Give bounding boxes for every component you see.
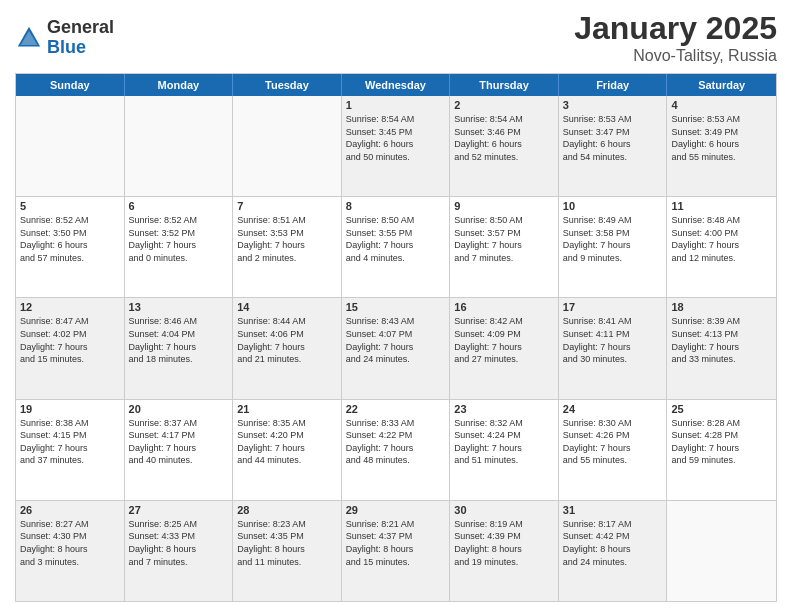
day-number: 3 [563,99,663,111]
cal-cell: 2Sunrise: 8:54 AM Sunset: 3:46 PM Daylig… [450,96,559,196]
day-number: 21 [237,403,337,415]
week-row-4: 26Sunrise: 8:27 AM Sunset: 4:30 PM Dayli… [16,501,776,601]
cal-cell: 6Sunrise: 8:52 AM Sunset: 3:52 PM Daylig… [125,197,234,297]
day-number: 6 [129,200,229,212]
cell-info: Sunrise: 8:44 AM Sunset: 4:06 PM Dayligh… [237,315,337,365]
day-number: 28 [237,504,337,516]
day-number: 26 [20,504,120,516]
cell-info: Sunrise: 8:42 AM Sunset: 4:09 PM Dayligh… [454,315,554,365]
cal-cell: 24Sunrise: 8:30 AM Sunset: 4:26 PM Dayli… [559,400,668,500]
cell-info: Sunrise: 8:19 AM Sunset: 4:39 PM Dayligh… [454,518,554,568]
logo-text: General Blue [47,18,114,58]
day-number: 29 [346,504,446,516]
header-day-tuesday: Tuesday [233,74,342,96]
cell-info: Sunrise: 8:30 AM Sunset: 4:26 PM Dayligh… [563,417,663,467]
title-month: January 2025 [574,10,777,47]
cell-info: Sunrise: 8:17 AM Sunset: 4:42 PM Dayligh… [563,518,663,568]
cal-cell: 15Sunrise: 8:43 AM Sunset: 4:07 PM Dayli… [342,298,451,398]
cell-info: Sunrise: 8:32 AM Sunset: 4:24 PM Dayligh… [454,417,554,467]
cal-cell: 16Sunrise: 8:42 AM Sunset: 4:09 PM Dayli… [450,298,559,398]
cell-info: Sunrise: 8:53 AM Sunset: 3:49 PM Dayligh… [671,113,772,163]
day-number: 19 [20,403,120,415]
cell-info: Sunrise: 8:21 AM Sunset: 4:37 PM Dayligh… [346,518,446,568]
cell-info: Sunrise: 8:28 AM Sunset: 4:28 PM Dayligh… [671,417,772,467]
cal-cell: 8Sunrise: 8:50 AM Sunset: 3:55 PM Daylig… [342,197,451,297]
cal-cell: 23Sunrise: 8:32 AM Sunset: 4:24 PM Dayli… [450,400,559,500]
day-number: 7 [237,200,337,212]
cell-info: Sunrise: 8:48 AM Sunset: 4:00 PM Dayligh… [671,214,772,264]
cal-cell: 14Sunrise: 8:44 AM Sunset: 4:06 PM Dayli… [233,298,342,398]
cell-info: Sunrise: 8:52 AM Sunset: 3:50 PM Dayligh… [20,214,120,264]
cal-cell: 28Sunrise: 8:23 AM Sunset: 4:35 PM Dayli… [233,501,342,601]
day-number: 5 [20,200,120,212]
cal-cell: 13Sunrise: 8:46 AM Sunset: 4:04 PM Dayli… [125,298,234,398]
title-location: Novo-Talitsy, Russia [574,47,777,65]
day-number: 15 [346,301,446,313]
cal-cell: 29Sunrise: 8:21 AM Sunset: 4:37 PM Dayli… [342,501,451,601]
cell-info: Sunrise: 8:51 AM Sunset: 3:53 PM Dayligh… [237,214,337,264]
calendar: SundayMondayTuesdayWednesdayThursdayFrid… [15,73,777,602]
day-number: 23 [454,403,554,415]
header-day-sunday: Sunday [16,74,125,96]
day-number: 22 [346,403,446,415]
day-number: 2 [454,99,554,111]
cell-info: Sunrise: 8:46 AM Sunset: 4:04 PM Dayligh… [129,315,229,365]
cal-cell: 22Sunrise: 8:33 AM Sunset: 4:22 PM Dayli… [342,400,451,500]
week-row-1: 5Sunrise: 8:52 AM Sunset: 3:50 PM Daylig… [16,197,776,298]
cal-cell: 5Sunrise: 8:52 AM Sunset: 3:50 PM Daylig… [16,197,125,297]
day-number: 31 [563,504,663,516]
day-number: 14 [237,301,337,313]
header-day-saturday: Saturday [667,74,776,96]
logo-general: General [47,18,114,38]
day-number: 10 [563,200,663,212]
day-number: 12 [20,301,120,313]
cell-info: Sunrise: 8:35 AM Sunset: 4:20 PM Dayligh… [237,417,337,467]
cal-cell: 3Sunrise: 8:53 AM Sunset: 3:47 PM Daylig… [559,96,668,196]
cell-info: Sunrise: 8:53 AM Sunset: 3:47 PM Dayligh… [563,113,663,163]
day-number: 13 [129,301,229,313]
cell-info: Sunrise: 8:54 AM Sunset: 3:45 PM Dayligh… [346,113,446,163]
cal-cell: 9Sunrise: 8:50 AM Sunset: 3:57 PM Daylig… [450,197,559,297]
day-number: 20 [129,403,229,415]
cal-cell: 19Sunrise: 8:38 AM Sunset: 4:15 PM Dayli… [16,400,125,500]
cell-info: Sunrise: 8:54 AM Sunset: 3:46 PM Dayligh… [454,113,554,163]
logo-icon [15,24,43,52]
cal-cell: 4Sunrise: 8:53 AM Sunset: 3:49 PM Daylig… [667,96,776,196]
cal-cell: 18Sunrise: 8:39 AM Sunset: 4:13 PM Dayli… [667,298,776,398]
cell-info: Sunrise: 8:47 AM Sunset: 4:02 PM Dayligh… [20,315,120,365]
week-row-2: 12Sunrise: 8:47 AM Sunset: 4:02 PM Dayli… [16,298,776,399]
header-day-wednesday: Wednesday [342,74,451,96]
cell-info: Sunrise: 8:25 AM Sunset: 4:33 PM Dayligh… [129,518,229,568]
day-number: 4 [671,99,772,111]
cal-cell: 12Sunrise: 8:47 AM Sunset: 4:02 PM Dayli… [16,298,125,398]
day-number: 24 [563,403,663,415]
page: General Blue January 2025 Novo-Talitsy, … [0,0,792,612]
logo-blue: Blue [47,38,114,58]
header-day-thursday: Thursday [450,74,559,96]
cal-cell [233,96,342,196]
day-number: 25 [671,403,772,415]
week-row-0: 1Sunrise: 8:54 AM Sunset: 3:45 PM Daylig… [16,96,776,197]
cell-info: Sunrise: 8:39 AM Sunset: 4:13 PM Dayligh… [671,315,772,365]
cal-cell: 7Sunrise: 8:51 AM Sunset: 3:53 PM Daylig… [233,197,342,297]
cell-info: Sunrise: 8:52 AM Sunset: 3:52 PM Dayligh… [129,214,229,264]
cell-info: Sunrise: 8:50 AM Sunset: 3:57 PM Dayligh… [454,214,554,264]
cell-info: Sunrise: 8:50 AM Sunset: 3:55 PM Dayligh… [346,214,446,264]
cell-info: Sunrise: 8:33 AM Sunset: 4:22 PM Dayligh… [346,417,446,467]
cell-info: Sunrise: 8:41 AM Sunset: 4:11 PM Dayligh… [563,315,663,365]
cal-cell: 31Sunrise: 8:17 AM Sunset: 4:42 PM Dayli… [559,501,668,601]
calendar-header: SundayMondayTuesdayWednesdayThursdayFrid… [16,74,776,96]
cal-cell: 17Sunrise: 8:41 AM Sunset: 4:11 PM Dayli… [559,298,668,398]
day-number: 16 [454,301,554,313]
cal-cell: 30Sunrise: 8:19 AM Sunset: 4:39 PM Dayli… [450,501,559,601]
header-day-monday: Monday [125,74,234,96]
cell-info: Sunrise: 8:37 AM Sunset: 4:17 PM Dayligh… [129,417,229,467]
cell-info: Sunrise: 8:23 AM Sunset: 4:35 PM Dayligh… [237,518,337,568]
cell-info: Sunrise: 8:43 AM Sunset: 4:07 PM Dayligh… [346,315,446,365]
cal-cell: 11Sunrise: 8:48 AM Sunset: 4:00 PM Dayli… [667,197,776,297]
header-day-friday: Friday [559,74,668,96]
cal-cell [125,96,234,196]
cal-cell: 25Sunrise: 8:28 AM Sunset: 4:28 PM Dayli… [667,400,776,500]
title-block: January 2025 Novo-Talitsy, Russia [574,10,777,65]
cal-cell: 27Sunrise: 8:25 AM Sunset: 4:33 PM Dayli… [125,501,234,601]
